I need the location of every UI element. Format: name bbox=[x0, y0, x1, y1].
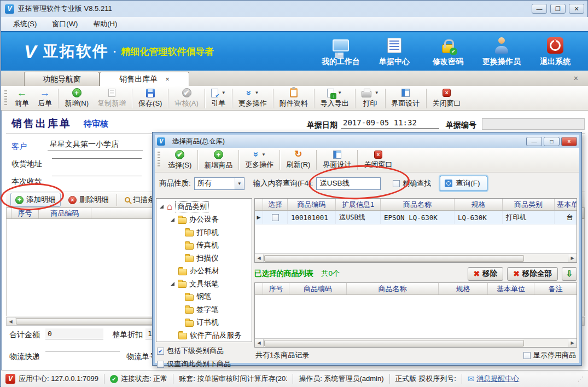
column-header[interactable]: 商品名称 bbox=[381, 199, 455, 210]
column-header[interactable]: 序号 bbox=[11, 208, 39, 218]
tree-item[interactable]: 打印机 bbox=[156, 226, 252, 239]
exit-system-button[interactable]: 退出系统 bbox=[531, 36, 579, 67]
query-button[interactable]: 查询(F) bbox=[440, 176, 487, 191]
scroll-right-icon[interactable]: ▶ bbox=[568, 339, 577, 347]
tab-function-nav[interactable]: 功能导航窗 bbox=[24, 72, 100, 86]
workbench-button[interactable]: 我的工作台 bbox=[317, 36, 365, 67]
dropdown-icon[interactable]: ▼ bbox=[235, 178, 244, 189]
copy-new-button[interactable]: 复制新增 bbox=[93, 88, 130, 109]
scroll-left-icon[interactable]: ◀ bbox=[255, 255, 264, 262]
product-nature-select[interactable]: 所有 ▼ bbox=[194, 177, 244, 190]
customer-field[interactable]: 星星文具第一小学店 bbox=[48, 140, 143, 151]
tree-item[interactable]: 办公耗材 bbox=[156, 265, 252, 278]
row-select-checkbox[interactable] bbox=[272, 214, 279, 221]
column-header[interactable]: 选择 bbox=[263, 199, 288, 210]
minimize-button[interactable]: — bbox=[532, 4, 547, 14]
expander-icon[interactable] bbox=[160, 205, 164, 209]
brand-name: 亚拓软件 bbox=[43, 41, 109, 62]
results-grid-hscrollbar[interactable]: ◀ ▶ bbox=[255, 253, 577, 262]
refresh-button[interactable]: ↻刷新(R) bbox=[282, 149, 315, 171]
print-button[interactable]: ▼打印 bbox=[357, 88, 383, 109]
download-button[interactable]: ⇩ bbox=[562, 267, 577, 281]
change-password-button[interactable]: 修改密码 bbox=[424, 36, 472, 67]
prev-order-button[interactable]: ←前单 bbox=[10, 88, 33, 109]
close-button[interactable]: ✕ bbox=[569, 4, 584, 14]
more-actions-button[interactable]: »▼更多操作 bbox=[234, 88, 271, 109]
dialog-close-button[interactable]: × bbox=[561, 137, 577, 146]
scroll-left-icon[interactable]: ◀ bbox=[7, 317, 15, 325]
column-header[interactable]: 商品类别 bbox=[503, 199, 555, 210]
tree-item-root[interactable]: ⌂商品类别 bbox=[156, 200, 252, 213]
column-header[interactable]: 规格 bbox=[439, 283, 488, 294]
scroll-right-icon[interactable]: ▶ bbox=[568, 255, 577, 262]
dialog-close-window-button[interactable]: ×关闭窗口 bbox=[359, 149, 397, 171]
payment-field[interactable] bbox=[52, 175, 142, 176]
select-button[interactable]: ✔选择(S) bbox=[164, 149, 196, 171]
column-header[interactable]: 商品编码 bbox=[289, 283, 347, 294]
tree-item[interactable]: 扫描仪 bbox=[156, 252, 252, 265]
attachments-button[interactable]: 附件资料 bbox=[275, 88, 312, 109]
column-header[interactable]: 商品编码 bbox=[39, 208, 91, 218]
add-detail-button[interactable]: + 添加明细 bbox=[10, 193, 61, 207]
column-header[interactable]: 扩展信息1 bbox=[336, 199, 381, 210]
add-product-button[interactable]: +新增商品 bbox=[200, 149, 237, 171]
date-field[interactable]: 2017-09-05 11:32 bbox=[341, 118, 439, 129]
only-this-checkbox[interactable] bbox=[157, 361, 164, 368]
delete-detail-button[interactable]: × 删除明细 bbox=[64, 193, 113, 206]
column-header[interactable]: 基本单位 bbox=[488, 283, 534, 294]
dialog-maximize-button[interactable]: □ bbox=[544, 137, 560, 146]
tabbar-close-icon[interactable]: × bbox=[574, 74, 578, 83]
query-input[interactable]: 送USB线 bbox=[316, 177, 381, 190]
tree-item[interactable]: 软件产品及服务 bbox=[156, 329, 252, 342]
column-header[interactable]: 基本单位 bbox=[555, 199, 577, 210]
add-new-button[interactable]: +新增(N) bbox=[60, 88, 93, 109]
save-button[interactable]: 保存(S) bbox=[134, 88, 166, 109]
remove-button[interactable]: ✖移除 bbox=[468, 267, 504, 281]
tree-item[interactable]: 办公设备 bbox=[156, 213, 252, 227]
menu-system[interactable]: 系统(S) bbox=[7, 18, 43, 31]
tab-sales-outbound[interactable]: 销售出库单 × bbox=[100, 72, 189, 86]
column-header[interactable]: 序号 bbox=[263, 283, 289, 294]
message-center-link[interactable]: 消息提醒中心 bbox=[476, 374, 519, 384]
column-header[interactable]: 规格 bbox=[455, 199, 503, 210]
tree-item[interactable]: 订书机 bbox=[156, 316, 252, 330]
ui-design-button[interactable]: 界面设计 bbox=[387, 88, 424, 109]
maximize-button[interactable]: ❐ bbox=[550, 4, 566, 14]
power-icon bbox=[547, 36, 563, 55]
document-center-button[interactable]: 单据中心 bbox=[370, 36, 418, 67]
product-row[interactable]: ▶ 100101001 送USB线 EPSON LQ-630K LQ-630K … bbox=[255, 211, 577, 224]
column-header[interactable]: 商品名称 bbox=[347, 283, 439, 294]
total-field[interactable]: 0 bbox=[45, 328, 103, 339]
dialog-ui-design-button[interactable]: 界面设计 bbox=[318, 149, 356, 171]
menu-help[interactable]: 帮助(H) bbox=[86, 18, 124, 31]
logistics-field[interactable] bbox=[45, 350, 120, 351]
show-disabled-checkbox[interactable] bbox=[523, 352, 531, 359]
pull-order-button[interactable]: ▼引单 bbox=[207, 88, 230, 109]
column-header[interactable]: 备注 bbox=[534, 283, 577, 294]
audit-button[interactable]: ✔审核(A) bbox=[170, 88, 202, 109]
tree-item[interactable]: 签字笔 bbox=[156, 303, 252, 316]
bill-no-field[interactable] bbox=[482, 118, 585, 130]
resize-grip[interactable]: ⋰ bbox=[578, 376, 584, 383]
exact-search-checkbox[interactable] bbox=[393, 180, 400, 187]
selected-grid-hscrollbar[interactable]: ◀ ▶ bbox=[255, 338, 577, 347]
switch-operator-button[interactable]: 更换操作员 bbox=[478, 36, 526, 67]
address-field[interactable] bbox=[52, 157, 142, 159]
scroll-left-icon[interactable]: ◀ bbox=[255, 339, 264, 347]
scroll-thumb[interactable] bbox=[264, 255, 524, 262]
expander-icon[interactable] bbox=[171, 218, 174, 222]
dialog-minimize-button[interactable]: — bbox=[526, 137, 542, 146]
dialog-more-actions-button[interactable]: »▼更多操作 bbox=[241, 149, 278, 171]
menu-window[interactable]: 窗口(W) bbox=[45, 18, 84, 31]
tree-item[interactable]: 文具纸笔 bbox=[156, 278, 252, 291]
tree-item[interactable]: 钢笔 bbox=[156, 291, 252, 304]
expander-icon[interactable] bbox=[171, 282, 174, 286]
column-header[interactable]: 商品编码 bbox=[288, 199, 336, 210]
remove-all-button[interactable]: ✖移除全部 bbox=[507, 267, 558, 281]
scroll-thumb[interactable] bbox=[264, 340, 524, 346]
close-window-button[interactable]: ×关闭窗口 bbox=[428, 88, 465, 109]
next-order-button[interactable]: →后单 bbox=[33, 88, 56, 109]
tree-item[interactable]: 传真机 bbox=[156, 239, 252, 252]
tab-close-icon[interactable]: × bbox=[165, 75, 170, 83]
import-export-button[interactable]: ▼导入导出 bbox=[316, 88, 353, 109]
